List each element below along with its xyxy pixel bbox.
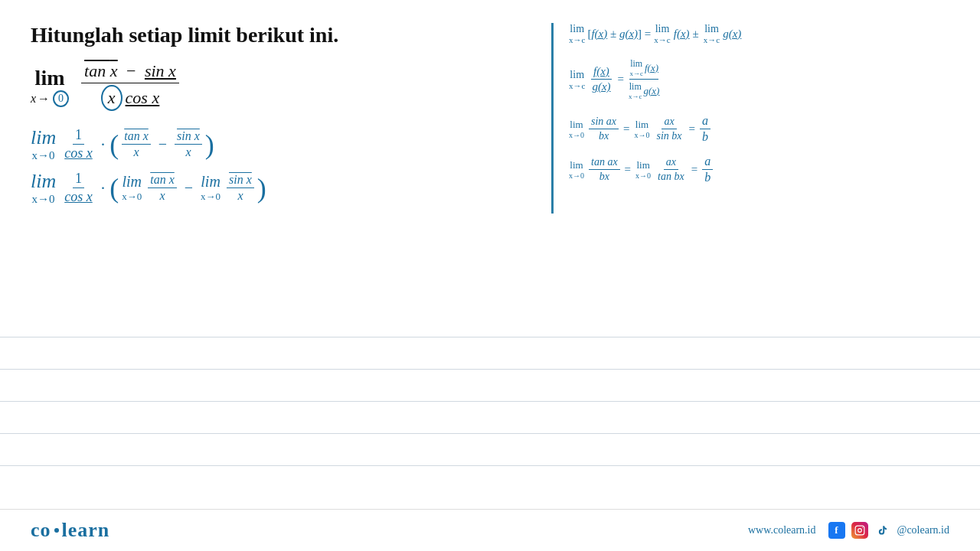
tan-limit-formula: lim x→0 tan ax bx = lim x→0 ax tan bx = xyxy=(569,155,949,184)
close-paren-1: ) xyxy=(205,131,214,158)
facebook-icon: f xyxy=(828,522,845,539)
open-paren-1: ( xyxy=(109,131,119,158)
right-formulas: lim x→c [f(x) ± g(x)] = lim x→c f(x) ± l… xyxy=(551,23,949,214)
svg-point-2 xyxy=(861,527,862,528)
problem-title: Hitunglah setiap limit berikut ini. xyxy=(31,23,536,47)
footer: colearn www.colearn.id f @colearn.id xyxy=(0,509,980,551)
sin-limit-formula: lim x→0 sin ax bx = lim x→0 ax sin bx = xyxy=(569,114,949,144)
arrow: → xyxy=(38,92,50,106)
website-url: www.colearn.id xyxy=(748,524,816,536)
step-1: lim x→0 1 cos x · ( tan x x − sin x xyxy=(31,126,536,162)
minus: − xyxy=(126,61,136,80)
step2-frac1: 1 cos x xyxy=(62,171,94,205)
denominator: x cos x xyxy=(98,83,162,111)
svg-point-1 xyxy=(858,529,861,533)
top-section: Hitunglah setiap limit berikut ini. lim … xyxy=(31,23,949,214)
original-limit: lim x → 0 tan x − sin x x xyxy=(31,61,536,111)
quotient-frac: f(x) g(x) xyxy=(590,65,612,93)
step2-tanx: tan x x xyxy=(148,173,177,203)
step1-frac1: 1 cos x xyxy=(62,127,94,161)
lim-notation-main: lim x → 0 xyxy=(31,66,69,107)
logo-dot xyxy=(54,528,59,533)
lim-word: lim xyxy=(35,66,65,90)
x-var: x xyxy=(31,92,36,106)
tiktok-icon xyxy=(874,522,891,539)
dot-1: · xyxy=(101,135,106,155)
sinx-over-x: sin x x xyxy=(175,129,202,159)
social-handle: @colearn.id xyxy=(897,524,949,536)
sum-diff-rule: lim x→c [f(x) ± g(x)] = lim x→c f(x) ± l… xyxy=(569,23,949,44)
instagram-icon xyxy=(851,522,868,539)
cos-x: cos x xyxy=(126,88,160,108)
sin-x: sin x xyxy=(145,61,176,80)
lim-subscript: x → 0 xyxy=(31,90,69,107)
zero-circle: 0 xyxy=(53,90,69,107)
numerator: tan x − sin x xyxy=(81,61,179,83)
left-content: Hitunglah setiap limit berikut ini. lim … xyxy=(31,23,551,214)
tan-x: tan x xyxy=(84,61,117,80)
dot-2: · xyxy=(101,178,106,198)
tanx-over-x: tan x x xyxy=(122,129,151,159)
svg-rect-0 xyxy=(855,526,864,535)
step2-sinx: sin x x xyxy=(227,173,254,203)
main-content: Hitunglah setiap limit berikut ini. lim … xyxy=(0,0,980,505)
minus-1: − xyxy=(158,135,167,153)
social-icons: f @colearn.id xyxy=(828,522,949,539)
main-fraction: tan x − sin x x cos x xyxy=(81,61,179,111)
close-paren-2: ) xyxy=(257,174,266,202)
x-circle: x xyxy=(101,85,122,111)
step-2: lim x→0 1 cos x · ( lim x→0 tan x xyxy=(31,170,536,206)
minus-2: − xyxy=(185,179,193,197)
brand-logo: colearn xyxy=(31,519,109,542)
open-paren-2: ( xyxy=(109,174,119,202)
sum-diff-line: lim x→c [f(x) ± g(x)] = lim x→c f(x) ± l… xyxy=(569,23,949,44)
quotient-rule: lim x→c f(x) g(x) = lim x→c f(x xyxy=(569,58,949,100)
footer-right: www.colearn.id f @colearn.id xyxy=(748,522,949,539)
